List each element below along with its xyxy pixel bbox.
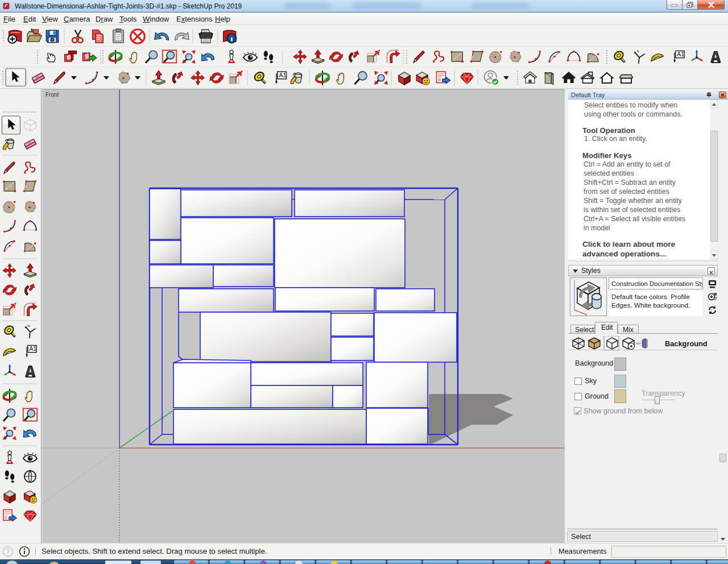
svg-text:Front: Front — [46, 92, 59, 98]
